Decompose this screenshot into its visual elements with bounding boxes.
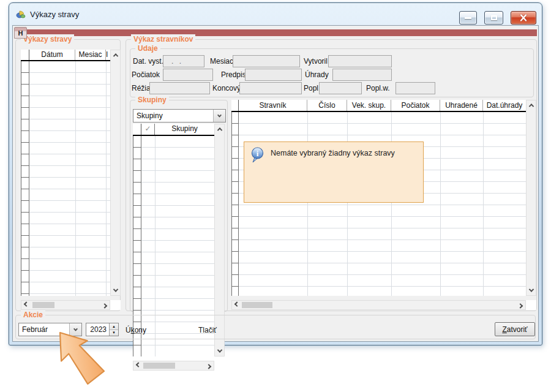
field-label-popl: Popl.	[304, 84, 320, 92]
maximize-button[interactable]	[484, 11, 503, 24]
column-divider	[347, 112, 348, 296]
column-divider	[106, 61, 107, 296]
chevron-down-icon	[217, 113, 222, 117]
reports-horizontal-scrollbar[interactable]	[21, 300, 110, 310]
minimize-button[interactable]	[459, 11, 477, 24]
column-header-vek-skup[interactable]: Vek. skup.	[347, 100, 391, 111]
client-area: H Výkazy stravy Dátum Mesiac I	[12, 25, 539, 342]
reports-table-header: Dátum Mesiac I	[21, 50, 110, 61]
field-popl[interactable]	[319, 82, 362, 94]
scroll-left-button[interactable]	[133, 361, 143, 370]
column-divider	[483, 112, 484, 296]
scrollbar-thumb[interactable]	[32, 302, 54, 308]
ukony-label-post: ony	[135, 326, 146, 334]
chevron-up-icon	[113, 53, 118, 58]
scroll-right-button[interactable]	[100, 301, 110, 309]
reports-vertical-scrollbar[interactable]	[110, 50, 121, 296]
chevron-up-icon	[528, 104, 533, 108]
row-selector-header	[133, 124, 141, 135]
chevron-down-icon	[113, 287, 118, 292]
minimize-icon	[465, 17, 471, 19]
chevron-right-icon	[102, 303, 107, 308]
skupiny-dropdown[interactable]: Skupiny	[133, 109, 226, 123]
diners-row-selector-column[interactable]	[231, 112, 239, 296]
column-header-cislo[interactable]: Číslo	[307, 100, 347, 111]
check-column-header[interactable]: ✓	[141, 124, 155, 135]
zatvorit-button[interactable]: Zatvoriť	[495, 322, 535, 336]
skupiny-group: Skupiny Skupiny ✓ Skupiny	[130, 100, 228, 312]
scroll-down-button[interactable]	[111, 285, 120, 295]
field-uhrady[interactable]	[332, 69, 392, 81]
tlacit-menu-button[interactable]: Tlačiť	[198, 326, 217, 334]
scroll-up-button[interactable]	[527, 100, 536, 110]
scroll-left-button[interactable]	[232, 301, 242, 309]
column-header-dat-uhrady[interactable]: Dat.úhrady	[483, 100, 526, 111]
skupiny-dropdown-button[interactable]	[213, 110, 225, 122]
skupiny-table-header: ✓ Skupiny	[133, 124, 214, 136]
scrollbar-thumb[interactable]	[143, 363, 175, 369]
window-title: Výkazy stravy	[30, 10, 79, 19]
column-header-mesiac[interactable]: Mesiac	[75, 50, 106, 60]
chevron-left-icon	[234, 301, 239, 306]
column-header-stravnik[interactable]: Stravník	[239, 100, 307, 111]
field-vytvoril[interactable]	[328, 55, 392, 67]
field-rezia[interactable]	[149, 82, 210, 94]
column-header-pociatok[interactable]: Počiatok	[391, 100, 440, 111]
field-koncovy[interactable]	[239, 82, 302, 94]
field-label-koncovy: Koncový	[212, 84, 241, 92]
window-controls	[459, 11, 536, 24]
reports-row-selector-column[interactable]	[21, 61, 29, 296]
field-pociatok[interactable]	[163, 69, 213, 81]
scroll-down-button[interactable]	[527, 285, 536, 295]
close-button[interactable]	[511, 11, 536, 24]
scrollbar-corner	[526, 300, 536, 310]
diners-table-header: Stravník Číslo Vek. skup. Počiatok Uhrad…	[231, 100, 526, 112]
field-label-dat-vyst: Dat. vyst.	[133, 57, 163, 66]
field-popl-w[interactable]	[395, 82, 435, 94]
udaje-legend: Udaje	[135, 43, 160, 53]
skupiny-legend: Skupiny	[135, 95, 169, 105]
h-tab[interactable]: H	[14, 27, 27, 39]
scroll-up-button[interactable]	[215, 124, 224, 134]
field-label-predpis: Predpis	[221, 70, 246, 79]
skupiny-horizontal-scrollbar[interactable]	[133, 361, 214, 371]
skupiny-dropdown-value: Skupiny	[133, 110, 213, 122]
app-icon	[16, 9, 26, 19]
info-icon: i	[250, 147, 264, 163]
ukony-label-pre: Ú	[126, 326, 131, 334]
page: Výkazy stravy H Výkazy stravy	[0, 0, 551, 392]
field-dat-vyst[interactable]: . .	[163, 55, 204, 67]
column-header-skupiny[interactable]: Skupiny	[155, 124, 214, 135]
reports-table-body[interactable]	[29, 61, 110, 296]
zatvorit-label-post: atvoriť	[507, 325, 528, 334]
scroll-left-button[interactable]	[21, 301, 31, 309]
scrollbar-thumb[interactable]	[242, 302, 272, 308]
scroll-right-button[interactable]	[515, 301, 525, 309]
reports-group: Výkazy stravy Dátum Mesiac I	[15, 39, 121, 311]
diners-vertical-scrollbar[interactable]	[526, 100, 536, 296]
field-label-uhrady: Úhrady	[305, 70, 329, 79]
field-predpis[interactable]	[245, 69, 302, 81]
akcie-legend: Akcie	[21, 310, 45, 320]
scrollbar-corner	[110, 300, 121, 310]
diners-horizontal-scrollbar[interactable]	[231, 300, 526, 310]
annotation-arrow	[37, 326, 122, 392]
udaje-group: Udaje Dat. vyst. . . Mesiac Vytvoril Poč…	[130, 48, 534, 97]
zatvorit-label-mnemonic: Z	[502, 325, 506, 334]
column-header-datum[interactable]: Dátum	[29, 50, 75, 60]
field-mesiac[interactable]	[233, 55, 300, 67]
chevron-up-icon	[217, 127, 222, 132]
scroll-down-button[interactable]	[215, 346, 224, 356]
column-header-uhradene[interactable]: Uhradené	[440, 100, 483, 111]
scroll-right-button[interactable]	[204, 361, 214, 370]
chevron-down-icon	[528, 287, 533, 292]
chevron-left-icon	[24, 301, 29, 306]
chevron-right-icon	[206, 364, 211, 369]
scroll-up-button[interactable]	[111, 50, 120, 60]
title-bar[interactable]: Výkazy stravy	[9, 3, 542, 25]
chevron-down-icon	[217, 347, 222, 352]
ukony-menu-button[interactable]: Úkony	[126, 326, 146, 334]
field-label-mesiac: Mesiac	[210, 57, 233, 66]
column-divider	[391, 112, 392, 296]
column-divider	[307, 112, 308, 296]
